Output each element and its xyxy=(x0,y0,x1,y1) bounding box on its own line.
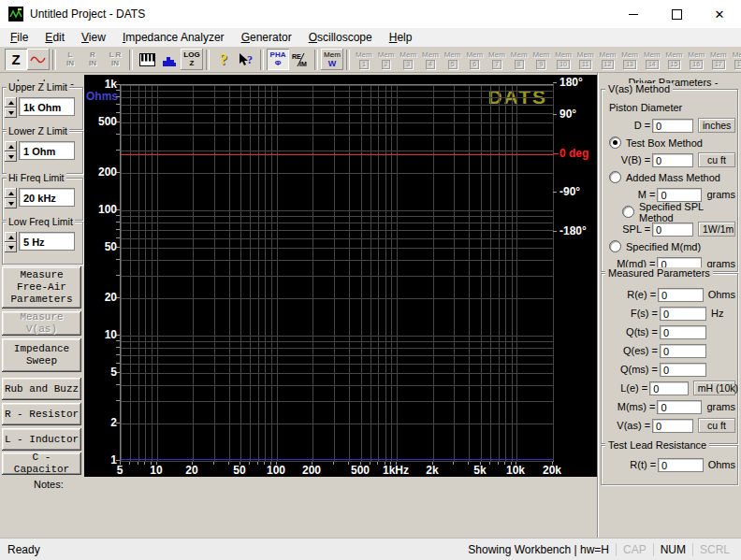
upper-z-limit-spin-down[interactable] xyxy=(5,108,17,118)
hi-freq-limit-spin-down[interactable] xyxy=(5,198,17,208)
spl-row: SPL =01W/1m xyxy=(603,221,735,237)
vas-field[interactable]: 0 xyxy=(652,419,693,433)
lower-z-limit-field[interactable]: 1 Ohm xyxy=(19,141,75,160)
impedance-panel: - Impedance - Notes: Upper Z Limit1k Ohm… xyxy=(0,73,84,538)
impedance-z-button[interactable]: Z xyxy=(5,49,27,70)
specified-spl-method-radio[interactable] xyxy=(622,206,634,218)
low-freq-limit-group: Low Freq Limit5 Hz xyxy=(2,222,83,265)
grid-line xyxy=(121,216,553,217)
help-button[interactable]: ? xyxy=(212,49,235,70)
lower-z-limit-spin-up[interactable] xyxy=(5,141,17,151)
l-inductor-button[interactable]: L - Inductor xyxy=(2,428,81,451)
button-label: PHAΦ xyxy=(270,51,286,68)
qts-field[interactable]: 0 xyxy=(660,325,706,339)
menu-item-generator[interactable]: Generator xyxy=(233,29,300,46)
real-imaginary-button[interactable]: REIM xyxy=(289,49,312,70)
box-volume-row: V(B) =0cu ft xyxy=(603,151,735,168)
context-help-button[interactable]: ? xyxy=(235,49,257,70)
piston-diameter-field[interactable]: 0 xyxy=(652,119,693,133)
added-mass-method-radio-row: Added Mass Method xyxy=(609,171,735,183)
mem-w-label: W xyxy=(328,60,337,68)
arrow-up-icon xyxy=(8,236,14,239)
phase-tick xyxy=(553,114,557,115)
re-field[interactable]: 0 xyxy=(658,288,704,302)
added-mass-field[interactable]: 0 xyxy=(657,188,702,202)
grid-line xyxy=(512,85,513,461)
box-volume-unit-button[interactable]: cu ft xyxy=(698,152,735,167)
question-mark-icon: ? xyxy=(220,52,227,67)
piano-tones-button[interactable] xyxy=(136,49,158,70)
grid-line xyxy=(385,85,386,461)
box-volume-field[interactable]: 0 xyxy=(652,153,693,167)
close-button[interactable]: ✕ xyxy=(698,0,741,28)
menu-item-file[interactable]: File xyxy=(2,29,36,46)
vas-unit-button[interactable]: cu ft xyxy=(698,418,735,433)
le-field[interactable]: 0 xyxy=(649,381,689,395)
mem-label: Mem xyxy=(400,50,416,59)
measure-free-air-parameters-button[interactable]: Measure Free-Air Parameters xyxy=(2,266,81,309)
upper-z-limit-group: Upper Z Limit1k Ohm xyxy=(2,87,83,130)
log-z-button[interactable]: LOGZ xyxy=(181,49,203,70)
le-unit-button[interactable]: mH (10k) xyxy=(693,381,735,395)
piston-diameter-label: D = xyxy=(603,120,650,131)
fs-field[interactable]: 0 xyxy=(660,307,706,321)
minimize-button[interactable] xyxy=(612,0,655,28)
status-separator xyxy=(653,543,654,556)
num-lock-indicator: NUM xyxy=(661,543,686,556)
menu-item-view[interactable]: View xyxy=(73,29,114,46)
le-label: L(e) = xyxy=(603,382,647,394)
specified-mmd-radio[interactable] xyxy=(609,240,621,252)
lower-z-limit-spin-down[interactable] xyxy=(5,151,17,162)
test-box-method-radio[interactable] xyxy=(609,136,621,149)
menu-item-edit[interactable]: Edit xyxy=(36,29,73,46)
spl-field[interactable]: 0 xyxy=(652,223,693,237)
grid-line xyxy=(121,461,553,462)
qms-field[interactable]: 0 xyxy=(660,363,706,377)
hi-freq-limit-field[interactable]: 20 kHz xyxy=(19,188,75,207)
toolbar-separator xyxy=(314,50,318,70)
hi-freq-limit-spin-up[interactable] xyxy=(5,188,17,198)
impedance-sweep-button[interactable]: Impedance Sweep xyxy=(2,338,81,372)
qes-field[interactable]: 0 xyxy=(660,344,706,358)
phase-button[interactable]: PHAΦ xyxy=(267,49,289,70)
menu-item-oscilloscope[interactable]: Oscilloscope xyxy=(300,29,381,46)
rt-field[interactable]: 0 xyxy=(658,458,704,472)
added-mass-unit-label: grams xyxy=(706,189,735,200)
y-axis-label: 5 xyxy=(84,366,117,379)
button-label: RIN xyxy=(89,51,96,68)
grid-line xyxy=(121,260,553,261)
menu-accesskey: O xyxy=(309,31,317,44)
toolbar-separator xyxy=(129,50,133,70)
grid-line xyxy=(121,341,553,342)
maximize-button[interactable] xyxy=(655,0,698,28)
mms-field[interactable]: 0 xyxy=(657,400,702,414)
toolbar: ZLINRINL RINLOGZ??PHAΦREIMMemWMem1Mem2Me… xyxy=(0,47,741,73)
c-capacitor-button[interactable]: C - Capacitor xyxy=(2,452,81,475)
low-freq-limit-spin-down[interactable] xyxy=(5,242,17,252)
memory-write-button[interactable]: MemW xyxy=(321,49,343,70)
r-resistor-button[interactable]: R - Resistor xyxy=(2,403,81,425)
upper-z-limit-spin-up[interactable] xyxy=(5,97,17,108)
scroll-lock-indicator: SCRL xyxy=(700,543,730,556)
added-mass-method-radio[interactable] xyxy=(609,171,621,183)
sine-wave-icon xyxy=(30,53,47,66)
lower-z-limit-spinner xyxy=(5,141,17,162)
upper-z-limit-field[interactable]: 1k Ohm xyxy=(19,97,75,116)
mem-label: Mem xyxy=(422,50,439,59)
menu-item-impedance-analyzer[interactable]: Impedance Analyzer xyxy=(114,29,233,46)
y-axis-label: 200 xyxy=(84,165,117,179)
grid-line xyxy=(121,223,553,223)
mem-number: 8 xyxy=(515,60,524,69)
low-freq-limit-label: Low Freq Limit xyxy=(7,216,75,227)
grid-line xyxy=(121,248,553,249)
piston-diameter-unit-button[interactable]: inches xyxy=(698,118,735,133)
spl-unit-button[interactable]: 1W/1m xyxy=(698,222,735,237)
grid-line xyxy=(121,210,553,211)
menu-item-help[interactable]: Help xyxy=(381,29,421,46)
y-tick xyxy=(116,354,120,355)
bar-graph-button[interactable] xyxy=(158,49,181,70)
low-freq-limit-spin-up[interactable] xyxy=(5,232,17,242)
rub-and-buzz-button[interactable]: Rub and Buzz xyxy=(2,378,81,400)
low-freq-limit-field[interactable]: 5 Hz xyxy=(19,232,75,251)
generator-sine-button[interactable] xyxy=(27,49,50,70)
